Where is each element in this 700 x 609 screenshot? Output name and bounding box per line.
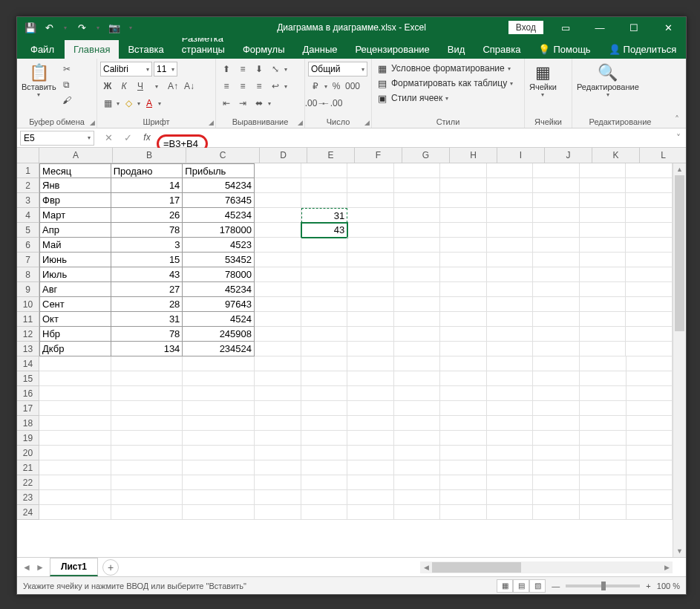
cell[interactable]: 43	[301, 223, 348, 238]
format-painter-icon[interactable]: 🖌	[59, 93, 74, 108]
sheet-tab[interactable]: Лист1	[50, 558, 98, 576]
cell[interactable]	[533, 208, 580, 223]
cell[interactable]	[580, 297, 627, 312]
cell[interactable]	[440, 446, 487, 460]
cell[interactable]	[487, 490, 534, 505]
cell[interactable]	[255, 312, 301, 327]
share-button[interactable]: 👤Поделиться	[600, 40, 686, 59]
cell[interactable]: Авг	[39, 282, 111, 297]
tab-view[interactable]: Вид	[439, 40, 474, 59]
cell[interactable]	[440, 297, 487, 312]
cell[interactable]	[487, 163, 534, 178]
cell[interactable]	[255, 327, 301, 342]
cell[interactable]	[39, 505, 111, 520]
cell[interactable]	[347, 163, 394, 178]
cell[interactable]	[39, 460, 111, 475]
editing-button[interactable]: 🔍Редактирование▾	[575, 62, 641, 100]
close-icon[interactable]: ✕	[652, 17, 684, 38]
cell[interactable]: 78	[111, 223, 183, 238]
cell[interactable]	[533, 505, 580, 520]
cell[interactable]	[111, 416, 183, 431]
cell[interactable]	[255, 505, 301, 520]
add-sheet-icon[interactable]: +	[102, 559, 119, 576]
cut-icon[interactable]: ✂	[59, 62, 74, 76]
fill-color-icon[interactable]: ◇	[121, 96, 136, 111]
cell[interactable]	[533, 416, 580, 431]
cell[interactable]	[394, 431, 441, 446]
cell[interactable]	[626, 327, 673, 342]
cell[interactable]: 14	[111, 178, 183, 193]
dialog-launcher-icon[interactable]: ◢	[298, 119, 303, 126]
cell[interactable]	[533, 401, 580, 416]
cell[interactable]	[440, 342, 487, 356]
collapse-ribbon-icon[interactable]: ˄	[668, 59, 686, 128]
cell[interactable]	[440, 386, 487, 401]
cell[interactable]	[111, 505, 183, 520]
cell[interactable]	[347, 475, 394, 490]
cell[interactable]: 178000	[183, 223, 255, 238]
cell[interactable]	[487, 401, 534, 416]
ribbon-display-icon[interactable]: ▭	[549, 17, 582, 38]
cell[interactable]	[394, 416, 441, 431]
cell[interactable]	[301, 267, 348, 282]
cell[interactable]	[580, 356, 627, 371]
cell[interactable]	[255, 282, 301, 297]
cell[interactable]	[301, 342, 348, 356]
column-header[interactable]: B	[113, 148, 186, 163]
row-header[interactable]: 8	[17, 267, 39, 282]
cell[interactable]	[487, 356, 534, 371]
cell[interactable]: 76345	[183, 193, 255, 208]
cell[interactable]	[347, 431, 394, 446]
row-header[interactable]: 4	[17, 208, 39, 223]
column-header[interactable]: F	[355, 148, 402, 163]
cell[interactable]	[347, 193, 394, 208]
cell[interactable]	[255, 253, 301, 267]
cell[interactable]: Прибыль	[183, 163, 255, 178]
comma-icon[interactable]: 000	[345, 79, 360, 94]
cell[interactable]	[626, 238, 673, 253]
cell[interactable]	[347, 327, 394, 342]
cell[interactable]	[301, 356, 348, 371]
cell[interactable]: 17	[111, 193, 183, 208]
cell[interactable]: 15	[111, 253, 183, 267]
cell[interactable]	[627, 401, 673, 416]
cell[interactable]: Март	[39, 208, 111, 223]
cell[interactable]	[255, 446, 301, 460]
cell[interactable]: Сент	[39, 297, 111, 312]
cell[interactable]	[111, 446, 183, 460]
cell[interactable]	[111, 475, 183, 490]
cells-button[interactable]: ▦Ячейки▾	[528, 62, 558, 100]
row-header[interactable]: 12	[17, 327, 39, 342]
cell[interactable]	[394, 505, 441, 520]
cell[interactable]	[580, 253, 627, 267]
page-break-view-icon[interactable]: ▧	[529, 579, 546, 593]
row-header[interactable]: 10	[17, 297, 39, 312]
cell[interactable]	[111, 401, 183, 416]
cell[interactable]	[39, 431, 111, 446]
cell[interactable]	[347, 416, 394, 431]
cell[interactable]: 97643	[183, 297, 255, 312]
cell[interactable]	[533, 312, 580, 327]
cell[interactable]	[255, 431, 301, 446]
cell[interactable]: 45234	[183, 208, 255, 223]
cell[interactable]: 245908	[183, 327, 255, 342]
cell[interactable]	[394, 297, 441, 312]
cell[interactable]	[580, 431, 627, 446]
cell[interactable]	[347, 386, 394, 401]
cell[interactable]	[255, 401, 301, 416]
cell[interactable]: 31	[301, 208, 348, 223]
cell[interactable]	[533, 282, 580, 297]
cell[interactable]	[347, 267, 394, 282]
cell[interactable]	[394, 446, 441, 460]
redo-icon[interactable]: ↷	[73, 19, 91, 36]
cell[interactable]	[487, 505, 534, 520]
cell[interactable]	[580, 446, 627, 460]
name-box[interactable]: E5▾	[20, 131, 94, 146]
cell[interactable]: 43	[111, 267, 183, 282]
cell[interactable]	[580, 460, 627, 475]
cell[interactable]	[580, 371, 627, 386]
cell[interactable]	[255, 371, 301, 386]
cell[interactable]: 26	[111, 208, 183, 223]
horizontal-scrollbar[interactable]: ◀ ▶	[420, 561, 673, 573]
login-button[interactable]: Вход	[508, 21, 543, 34]
